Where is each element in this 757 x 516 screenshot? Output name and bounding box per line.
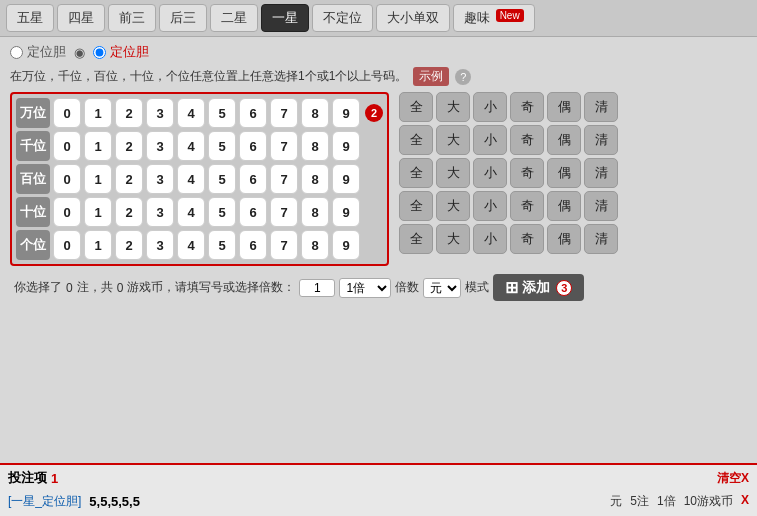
num-shiwei-8[interactable]: 8 — [301, 197, 329, 227]
num-baiwei-5[interactable]: 5 — [208, 164, 236, 194]
num-gewei-7[interactable]: 7 — [270, 230, 298, 260]
num-wanwei-1[interactable]: 1 — [84, 98, 112, 128]
opt-baiwei-small[interactable]: 小 — [473, 158, 507, 188]
num-gewei-9[interactable]: 9 — [332, 230, 360, 260]
opt-baiwei-all[interactable]: 全 — [399, 158, 433, 188]
num-qianwei-5[interactable]: 5 — [208, 131, 236, 161]
tab-budingwei[interactable]: 不定位 — [312, 4, 373, 32]
num-wanwei-4[interactable]: 4 — [177, 98, 205, 128]
num-qianwei-4[interactable]: 4 — [177, 131, 205, 161]
num-shiwei-9[interactable]: 9 — [332, 197, 360, 227]
num-qianwei-1[interactable]: 1 — [84, 131, 112, 161]
opt-wanwei-all[interactable]: 全 — [399, 92, 433, 122]
opt-shiwei-all[interactable]: 全 — [399, 191, 433, 221]
num-wanwei-9[interactable]: 9 — [332, 98, 360, 128]
num-baiwei-1[interactable]: 1 — [84, 164, 112, 194]
num-gewei-8[interactable]: 8 — [301, 230, 329, 260]
num-wanwei-7[interactable]: 7 — [270, 98, 298, 128]
num-qianwei-2[interactable]: 2 — [115, 131, 143, 161]
currency-select[interactable]: 元 角 — [423, 278, 461, 298]
radio-label-2[interactable]: 定位胆 — [93, 43, 149, 61]
opt-wanwei-clear[interactable]: 清 — [584, 92, 618, 122]
opt-qianwei-all[interactable]: 全 — [399, 125, 433, 155]
num-wanwei-6[interactable]: 6 — [239, 98, 267, 128]
multiplier-input[interactable] — [299, 279, 335, 297]
num-qianwei-7[interactable]: 7 — [270, 131, 298, 161]
num-shiwei-3[interactable]: 3 — [146, 197, 174, 227]
num-qianwei-8[interactable]: 8 — [301, 131, 329, 161]
opt-gewei-small[interactable]: 小 — [473, 224, 507, 254]
num-shiwei-4[interactable]: 4 — [177, 197, 205, 227]
num-baiwei-2[interactable]: 2 — [115, 164, 143, 194]
num-baiwei-4[interactable]: 4 — [177, 164, 205, 194]
num-shiwei-7[interactable]: 7 — [270, 197, 298, 227]
opt-wanwei-odd[interactable]: 奇 — [510, 92, 544, 122]
num-wanwei-8[interactable]: 8 — [301, 98, 329, 128]
clear-button[interactable]: 清空X — [717, 470, 749, 487]
radio-dingweidan2[interactable] — [93, 46, 106, 59]
num-gewei-0[interactable]: 0 — [53, 230, 81, 260]
opt-shiwei-big[interactable]: 大 — [436, 191, 470, 221]
opt-gewei-all[interactable]: 全 — [399, 224, 433, 254]
opt-baiwei-clear[interactable]: 清 — [584, 158, 618, 188]
opt-gewei-clear[interactable]: 清 — [584, 224, 618, 254]
num-qianwei-6[interactable]: 6 — [239, 131, 267, 161]
opt-qianwei-big[interactable]: 大 — [436, 125, 470, 155]
tab-daxiodanshuang[interactable]: 大小单双 — [376, 4, 450, 32]
tab-wuxing[interactable]: 五星 — [6, 4, 54, 32]
num-gewei-5[interactable]: 5 — [208, 230, 236, 260]
tab-qiansan[interactable]: 前三 — [108, 4, 156, 32]
radio-dingweidan1[interactable] — [10, 46, 23, 59]
num-shiwei-6[interactable]: 6 — [239, 197, 267, 227]
num-wanwei-5[interactable]: 5 — [208, 98, 236, 128]
num-wanwei-0[interactable]: 0 — [53, 98, 81, 128]
opt-qianwei-odd[interactable]: 奇 — [510, 125, 544, 155]
num-wanwei-3[interactable]: 3 — [146, 98, 174, 128]
num-shiwei-5[interactable]: 5 — [208, 197, 236, 227]
num-baiwei-9[interactable]: 9 — [332, 164, 360, 194]
tab-yixing[interactable]: 一星 — [261, 4, 309, 32]
num-gewei-1[interactable]: 1 — [84, 230, 112, 260]
opt-shiwei-odd[interactable]: 奇 — [510, 191, 544, 221]
num-baiwei-7[interactable]: 7 — [270, 164, 298, 194]
ticket-close[interactable]: X — [741, 493, 749, 510]
opt-baiwei-even[interactable]: 偶 — [547, 158, 581, 188]
num-baiwei-6[interactable]: 6 — [239, 164, 267, 194]
opt-gewei-big[interactable]: 大 — [436, 224, 470, 254]
opt-qianwei-even[interactable]: 偶 — [547, 125, 581, 155]
num-shiwei-0[interactable]: 0 — [53, 197, 81, 227]
num-shiwei-1[interactable]: 1 — [84, 197, 112, 227]
tab-quwei[interactable]: 趣味 New — [453, 4, 535, 32]
num-qianwei-9[interactable]: 9 — [332, 131, 360, 161]
add-button[interactable]: ⊞ 添加 3 — [493, 274, 584, 301]
num-qianwei-3[interactable]: 3 — [146, 131, 174, 161]
num-shiwei-2[interactable]: 2 — [115, 197, 143, 227]
num-baiwei-0[interactable]: 0 — [53, 164, 81, 194]
tab-housan[interactable]: 后三 — [159, 4, 207, 32]
opt-baiwei-odd[interactable]: 奇 — [510, 158, 544, 188]
opt-qianwei-small[interactable]: 小 — [473, 125, 507, 155]
tab-erxing[interactable]: 二星 — [210, 4, 258, 32]
num-wanwei-2[interactable]: 2 — [115, 98, 143, 128]
radio-label-1[interactable]: 定位胆 — [10, 43, 66, 61]
tab-sixing[interactable]: 四星 — [57, 4, 105, 32]
opt-qianwei-clear[interactable]: 清 — [584, 125, 618, 155]
multiplier-unit-select[interactable]: 1倍 2倍 3倍 5倍 10倍 — [339, 278, 391, 298]
opt-shiwei-small[interactable]: 小 — [473, 191, 507, 221]
opt-wanwei-small[interactable]: 小 — [473, 92, 507, 122]
num-qianwei-0[interactable]: 0 — [53, 131, 81, 161]
num-gewei-6[interactable]: 6 — [239, 230, 267, 260]
opt-gewei-even[interactable]: 偶 — [547, 224, 581, 254]
opt-shiwei-clear[interactable]: 清 — [584, 191, 618, 221]
opt-baiwei-big[interactable]: 大 — [436, 158, 470, 188]
num-baiwei-3[interactable]: 3 — [146, 164, 174, 194]
help-icon[interactable]: ? — [455, 69, 471, 85]
opt-wanwei-big[interactable]: 大 — [436, 92, 470, 122]
opt-gewei-odd[interactable]: 奇 — [510, 224, 544, 254]
num-gewei-3[interactable]: 3 — [146, 230, 174, 260]
num-gewei-4[interactable]: 4 — [177, 230, 205, 260]
opt-shiwei-even[interactable]: 偶 — [547, 191, 581, 221]
num-baiwei-8[interactable]: 8 — [301, 164, 329, 194]
opt-wanwei-even[interactable]: 偶 — [547, 92, 581, 122]
num-gewei-2[interactable]: 2 — [115, 230, 143, 260]
